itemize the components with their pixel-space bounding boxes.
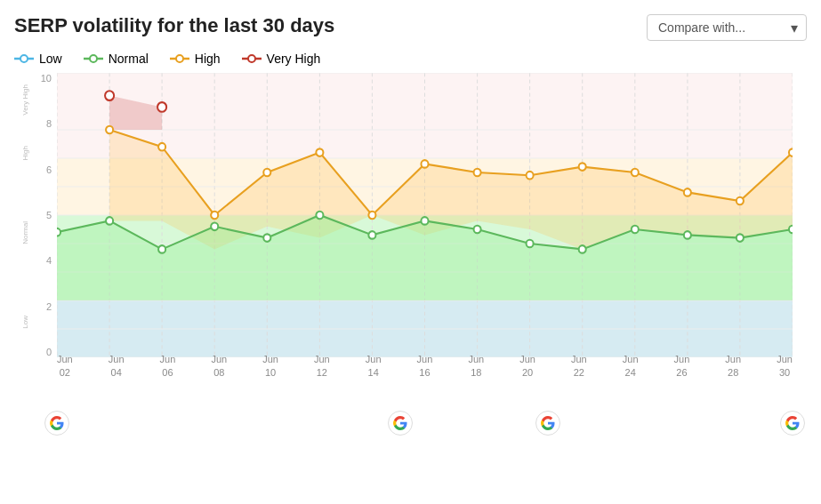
svg-point-42: [527, 240, 534, 248]
legend-label-low: Low: [39, 52, 62, 66]
google-icon-4: [780, 411, 805, 436]
y-label-10: 10: [41, 73, 52, 84]
legend-item-very-high: Very High: [242, 52, 321, 66]
x-label-jun14: Jun14: [366, 353, 382, 379]
svg-point-3: [90, 55, 97, 62]
x-label-jun10: Jun10: [262, 353, 278, 379]
band-labels: Low Normal High Very High: [14, 73, 36, 357]
x-axis: Jun02 Jun04 Jun06 Jun08 Jun10 Jun12 Jun1…: [57, 353, 793, 379]
legend-item-low: Low: [14, 52, 62, 66]
x-label-jun04: Jun04: [109, 353, 125, 379]
svg-point-58: [632, 169, 639, 177]
y-label-4: 4: [46, 255, 52, 266]
google-logo-svg-4: [785, 416, 800, 430]
chart-svg-area: [57, 73, 793, 357]
google-icon-jun22: [535, 411, 560, 436]
svg-point-33: [57, 228, 60, 236]
x-label-jun30: Jun30: [777, 353, 793, 379]
compare-dropdown[interactable]: Compare with...: [647, 14, 807, 41]
svg-point-56: [527, 172, 534, 180]
google-logo-svg-1: [50, 416, 64, 430]
svg-point-57: [579, 163, 586, 171]
svg-point-38: [316, 212, 323, 220]
main-chart-svg: [57, 73, 793, 357]
x-label-jun08: Jun08: [211, 353, 227, 379]
x-label-jun26: Jun26: [674, 353, 690, 379]
svg-point-1: [20, 55, 28, 62]
google-icon-jun30: [780, 411, 805, 436]
x-label-jun22: Jun22: [571, 353, 587, 379]
svg-point-35: [158, 245, 165, 253]
google-logo-svg-2: [393, 416, 407, 430]
chart-legend: Low Normal High Very High: [14, 52, 807, 66]
x-label-jun16: Jun16: [417, 353, 433, 379]
x-label-jun02: Jun02: [57, 353, 73, 379]
y-label-6: 6: [46, 164, 52, 175]
svg-point-54: [421, 160, 428, 168]
google-icon-3: [535, 411, 560, 436]
x-label-jun20: Jun20: [519, 353, 535, 379]
svg-point-39: [368, 231, 375, 239]
chart-container: 0 2 4 5 6 8 10 Low Normal High Very High: [14, 73, 807, 411]
svg-point-49: [158, 143, 165, 151]
y-label-0: 0: [46, 347, 52, 357]
svg-point-5: [176, 55, 183, 62]
svg-point-47: [789, 226, 793, 234]
svg-point-7: [248, 55, 255, 62]
legend-label-normal: Normal: [109, 52, 149, 66]
x-label-jun28: Jun28: [725, 353, 741, 379]
svg-point-48: [106, 126, 113, 134]
legend-item-high: High: [170, 52, 221, 66]
compare-wrapper[interactable]: Compare with...: [647, 14, 807, 41]
svg-point-63: [157, 102, 166, 112]
svg-point-51: [263, 169, 270, 177]
svg-point-52: [316, 148, 323, 156]
svg-point-50: [211, 212, 218, 220]
legend-item-normal: Normal: [84, 52, 149, 66]
very-high-band-label: Very High: [14, 73, 36, 126]
normal-band-label: Normal: [14, 180, 36, 286]
page-header: SERP volatility for the last 30 days Com…: [14, 14, 807, 41]
svg-point-40: [421, 217, 428, 225]
google-icon-jun16: [388, 411, 413, 436]
svg-point-55: [474, 169, 481, 177]
google-icon-jun02: [44, 411, 69, 436]
svg-point-36: [211, 223, 218, 231]
low-legend-icon: [14, 53, 34, 64]
svg-point-61: [789, 148, 793, 156]
svg-point-46: [736, 234, 744, 242]
low-band-label: Low: [14, 286, 36, 357]
svg-point-37: [263, 234, 270, 242]
x-label-jun18: Jun18: [468, 353, 484, 379]
svg-point-34: [106, 217, 113, 225]
y-label-8: 8: [46, 118, 52, 129]
page-title: SERP volatility for the last 30 days: [14, 14, 334, 37]
legend-label-very-high: Very High: [267, 52, 321, 66]
high-band-label: High: [14, 126, 36, 180]
y-label-5: 5: [46, 210, 52, 220]
svg-point-59: [684, 188, 691, 196]
google-icon-1: [44, 411, 69, 436]
y-label-2: 2: [46, 301, 52, 312]
svg-point-53: [368, 212, 375, 220]
very-high-legend-icon: [242, 53, 262, 64]
legend-label-high: High: [195, 52, 221, 66]
high-legend-icon: [170, 53, 189, 64]
x-label-jun12: Jun12: [314, 353, 330, 379]
svg-point-41: [474, 226, 481, 234]
svg-point-60: [736, 197, 744, 205]
svg-point-62: [105, 91, 114, 100]
x-label-jun06: Jun06: [160, 353, 176, 379]
svg-point-45: [684, 231, 691, 239]
svg-point-44: [632, 226, 639, 234]
x-label-jun24: Jun24: [623, 353, 639, 379]
google-logo-svg-3: [541, 416, 555, 430]
svg-point-43: [579, 245, 586, 253]
normal-legend-icon: [84, 53, 103, 64]
google-icon-2: [388, 411, 413, 436]
